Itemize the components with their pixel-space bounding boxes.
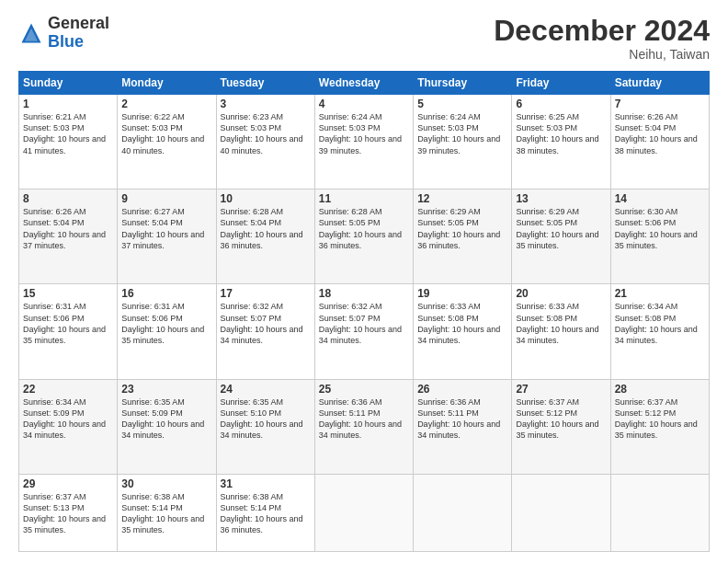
day-number: 3: [221, 98, 311, 110]
day-number: 7: [615, 98, 705, 110]
logo-icon: [18, 20, 44, 46]
day-info: Sunrise: 6:26 AMSunset: 5:04 PMDaylight:…: [23, 206, 113, 251]
day-number: 29: [23, 477, 113, 490]
day-number: 8: [23, 192, 113, 205]
day-info: Sunrise: 6:32 AMSunset: 5:07 PMDaylight:…: [319, 301, 409, 346]
header: General Blue December 2024 Neihu, Taiwan: [18, 15, 710, 62]
day-number: 10: [221, 192, 311, 205]
day-info: Sunrise: 6:21 AMSunset: 5:03 PMDaylight:…: [23, 111, 113, 156]
table-row: 12Sunrise: 6:29 AMSunset: 5:05 PMDayligh…: [414, 190, 512, 284]
header-saturday: Saturday: [610, 72, 709, 95]
table-row: 7Sunrise: 6:26 AMSunset: 5:04 PMDaylight…: [610, 95, 709, 190]
day-info: Sunrise: 6:28 AMSunset: 5:05 PMDaylight:…: [319, 206, 409, 251]
day-info: Sunrise: 6:31 AMSunset: 5:06 PMDaylight:…: [121, 301, 211, 346]
day-info: Sunrise: 6:23 AMSunset: 5:03 PMDaylight:…: [221, 111, 311, 156]
header-friday: Friday: [512, 72, 610, 95]
day-number: 1: [23, 98, 113, 110]
day-info: Sunrise: 6:37 AMSunset: 5:12 PMDaylight:…: [615, 396, 705, 442]
day-info: Sunrise: 6:22 AMSunset: 5:03 PMDaylight:…: [121, 111, 211, 156]
day-info: Sunrise: 6:25 AMSunset: 5:03 PMDaylight:…: [516, 111, 606, 156]
day-number: 24: [221, 383, 311, 396]
day-info: Sunrise: 6:33 AMSunset: 5:08 PMDaylight:…: [417, 301, 507, 346]
day-number: 25: [319, 383, 409, 396]
day-info: Sunrise: 6:31 AMSunset: 5:06 PMDaylight:…: [23, 301, 113, 346]
day-number: 20: [516, 287, 606, 300]
table-row: [610, 474, 709, 551]
day-info: Sunrise: 6:38 AMSunset: 5:14 PMDaylight:…: [221, 491, 311, 536]
table-row: 1Sunrise: 6:21 AMSunset: 5:03 PMDaylight…: [19, 95, 118, 190]
day-number: 31: [221, 477, 311, 490]
day-info: Sunrise: 6:36 AMSunset: 5:11 PMDaylight:…: [319, 396, 409, 442]
table-row: 21Sunrise: 6:34 AMSunset: 5:08 PMDayligh…: [610, 284, 709, 379]
header-monday: Monday: [118, 72, 216, 95]
table-row: 24Sunrise: 6:35 AMSunset: 5:10 PMDayligh…: [216, 379, 314, 474]
day-number: 21: [615, 287, 705, 300]
table-row: 15Sunrise: 6:31 AMSunset: 5:06 PMDayligh…: [19, 284, 118, 379]
day-info: Sunrise: 6:24 AMSunset: 5:03 PMDaylight:…: [319, 111, 409, 156]
day-number: 2: [121, 98, 211, 110]
table-row: [512, 474, 610, 551]
day-info: Sunrise: 6:30 AMSunset: 5:06 PMDaylight:…: [615, 206, 705, 251]
table-row: 29Sunrise: 6:37 AMSunset: 5:13 PMDayligh…: [19, 474, 118, 551]
table-row: 6Sunrise: 6:25 AMSunset: 5:03 PMDaylight…: [512, 95, 610, 190]
day-number: 9: [121, 192, 211, 205]
table-row: 30Sunrise: 6:38 AMSunset: 5:14 PMDayligh…: [118, 474, 216, 551]
table-row: 17Sunrise: 6:32 AMSunset: 5:07 PMDayligh…: [216, 284, 314, 379]
header-tuesday: Tuesday: [216, 72, 314, 95]
day-number: 23: [121, 383, 211, 396]
day-info: Sunrise: 6:37 AMSunset: 5:12 PMDaylight:…: [516, 396, 606, 442]
day-number: 30: [121, 477, 211, 490]
table-row: 31Sunrise: 6:38 AMSunset: 5:14 PMDayligh…: [216, 474, 314, 551]
day-info: Sunrise: 6:29 AMSunset: 5:05 PMDaylight:…: [516, 206, 606, 251]
day-number: 11: [319, 192, 409, 205]
day-info: Sunrise: 6:34 AMSunset: 5:08 PMDaylight:…: [615, 301, 705, 346]
table-row: 5Sunrise: 6:24 AMSunset: 5:03 PMDaylight…: [414, 95, 512, 190]
day-number: 27: [516, 383, 606, 396]
table-row: 26Sunrise: 6:36 AMSunset: 5:11 PMDayligh…: [414, 379, 512, 474]
day-number: 14: [615, 192, 705, 205]
table-row: 13Sunrise: 6:29 AMSunset: 5:05 PMDayligh…: [512, 190, 610, 284]
day-number: 19: [417, 287, 507, 300]
day-number: 13: [516, 192, 606, 205]
table-row: 4Sunrise: 6:24 AMSunset: 5:03 PMDaylight…: [314, 95, 413, 190]
table-row: 19Sunrise: 6:33 AMSunset: 5:08 PMDayligh…: [414, 284, 512, 379]
day-number: 18: [319, 287, 409, 300]
calendar-page: General Blue December 2024 Neihu, Taiwan…: [0, 0, 728, 563]
logo-text: General Blue: [48, 15, 109, 52]
table-row: 18Sunrise: 6:32 AMSunset: 5:07 PMDayligh…: [314, 284, 413, 379]
calendar-table: Sunday Monday Tuesday Wednesday Thursday…: [18, 71, 710, 552]
table-row: 20Sunrise: 6:33 AMSunset: 5:08 PMDayligh…: [512, 284, 610, 379]
table-row: 28Sunrise: 6:37 AMSunset: 5:12 PMDayligh…: [610, 379, 709, 474]
header-wednesday: Wednesday: [314, 72, 413, 95]
day-info: Sunrise: 6:35 AMSunset: 5:10 PMDaylight:…: [221, 396, 311, 442]
day-info: Sunrise: 6:32 AMSunset: 5:07 PMDaylight:…: [221, 301, 311, 346]
table-row: 14Sunrise: 6:30 AMSunset: 5:06 PMDayligh…: [610, 190, 709, 284]
logo-general: General: [48, 14, 109, 32]
day-info: Sunrise: 6:35 AMSunset: 5:09 PMDaylight:…: [121, 396, 211, 442]
day-info: Sunrise: 6:24 AMSunset: 5:03 PMDaylight:…: [417, 111, 507, 156]
calendar-title: December 2024: [494, 15, 710, 47]
table-row: 27Sunrise: 6:37 AMSunset: 5:12 PMDayligh…: [512, 379, 610, 474]
title-block: December 2024 Neihu, Taiwan: [494, 15, 710, 62]
table-row: 10Sunrise: 6:28 AMSunset: 5:04 PMDayligh…: [216, 190, 314, 284]
table-row: 11Sunrise: 6:28 AMSunset: 5:05 PMDayligh…: [314, 190, 413, 284]
table-row: 9Sunrise: 6:27 AMSunset: 5:04 PMDaylight…: [118, 190, 216, 284]
day-info: Sunrise: 6:38 AMSunset: 5:14 PMDaylight:…: [121, 491, 211, 536]
day-number: 17: [221, 287, 311, 300]
table-row: 16Sunrise: 6:31 AMSunset: 5:06 PMDayligh…: [118, 284, 216, 379]
day-number: 22: [23, 383, 113, 396]
day-number: 6: [516, 98, 606, 110]
day-info: Sunrise: 6:28 AMSunset: 5:04 PMDaylight:…: [221, 206, 311, 251]
table-row: 25Sunrise: 6:36 AMSunset: 5:11 PMDayligh…: [314, 379, 413, 474]
day-info: Sunrise: 6:37 AMSunset: 5:13 PMDaylight:…: [23, 491, 113, 536]
table-row: [314, 474, 413, 551]
day-info: Sunrise: 6:29 AMSunset: 5:05 PMDaylight:…: [417, 206, 507, 251]
table-row: 8Sunrise: 6:26 AMSunset: 5:04 PMDaylight…: [19, 190, 118, 284]
calendar-subtitle: Neihu, Taiwan: [494, 47, 710, 62]
table-row: 22Sunrise: 6:34 AMSunset: 5:09 PMDayligh…: [19, 379, 118, 474]
logo: General Blue: [18, 15, 109, 52]
day-number: 4: [319, 98, 409, 110]
day-number: 16: [121, 287, 211, 300]
day-number: 5: [417, 98, 507, 110]
table-row: 2Sunrise: 6:22 AMSunset: 5:03 PMDaylight…: [118, 95, 216, 190]
